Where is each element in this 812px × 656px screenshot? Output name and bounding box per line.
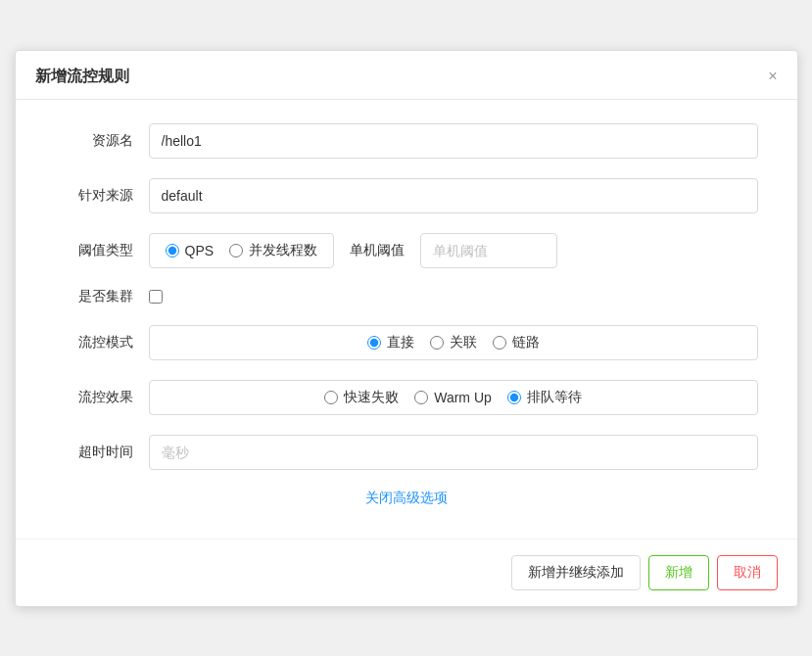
close-button[interactable]: × [768, 69, 777, 84]
flow-mode-radio-group: 直接 关联 链路 [149, 325, 758, 360]
single-threshold-label: 单机阈值 [350, 242, 405, 259]
source-input[interactable] [149, 178, 758, 213]
flow-mode-label: 流控模式 [55, 334, 133, 351]
fast-fail-radio[interactable] [324, 391, 338, 404]
qps-radio[interactable] [166, 244, 179, 258]
dialog: 新增流控规则 × 资源名 针对来源 阈值类型 QPS [15, 50, 798, 607]
threshold-type-label: 阈值类型 [55, 242, 133, 259]
relate-radio[interactable] [430, 336, 444, 350]
fast-fail-option[interactable]: 快速失败 [324, 389, 399, 406]
timeout-row: 超时时间 [55, 435, 758, 470]
flow-mode-row: 流控模式 直接 关联 链路 [55, 325, 758, 360]
resource-input[interactable] [149, 123, 758, 159]
cluster-label: 是否集群 [55, 288, 133, 305]
direct-radio[interactable] [367, 336, 381, 350]
queue-option[interactable]: 排队等待 [507, 389, 582, 406]
dialog-title: 新增流控规则 [35, 67, 129, 87]
chain-label: 链路 [512, 334, 540, 351]
queue-label: 排队等待 [527, 389, 582, 406]
advanced-link[interactable]: 关闭高级选项 [365, 490, 448, 505]
timeout-input[interactable] [149, 435, 758, 470]
warm-up-label: Warm Up [434, 390, 492, 405]
single-threshold-input[interactable] [420, 233, 557, 268]
thread-label: 并发线程数 [249, 242, 317, 259]
source-row: 针对来源 [55, 178, 758, 213]
dialog-body: 资源名 针对来源 阈值类型 QPS 并发线程数 [16, 100, 797, 539]
flow-effect-row: 流控效果 快速失败 Warm Up 排队等待 [55, 380, 758, 415]
timeout-label: 超时时间 [55, 444, 133, 461]
relate-label: 关联 [450, 334, 477, 351]
advanced-link-row: 关闭高级选项 [55, 490, 758, 507]
direct-label: 直接 [387, 334, 414, 351]
cluster-row: 是否集群 [55, 288, 758, 305]
fast-fail-label: 快速失败 [344, 389, 399, 406]
threshold-type-radio-group: QPS 并发线程数 [149, 233, 335, 268]
relate-option[interactable]: 关联 [430, 334, 477, 351]
thread-radio[interactable] [229, 244, 243, 258]
add-continue-button[interactable]: 新增并继续添加 [511, 555, 641, 590]
direct-option[interactable]: 直接 [367, 334, 414, 351]
threshold-type-row: 阈值类型 QPS 并发线程数 单机阈值 [55, 233, 758, 268]
dialog-footer: 新增并继续添加 新增 取消 [16, 539, 797, 606]
cluster-checkbox[interactable] [149, 290, 163, 304]
add-button[interactable]: 新增 [648, 555, 709, 590]
resource-label: 资源名 [55, 132, 133, 150]
chain-radio[interactable] [493, 336, 506, 350]
cluster-checkbox-label[interactable] [149, 290, 163, 304]
qps-label: QPS [185, 243, 215, 258]
source-label: 针对来源 [55, 187, 133, 205]
qps-option[interactable]: QPS [166, 243, 215, 258]
cancel-button[interactable]: 取消 [717, 555, 778, 590]
resource-row: 资源名 [55, 123, 758, 159]
queue-radio[interactable] [507, 391, 521, 404]
thread-option[interactable]: 并发线程数 [229, 242, 317, 259]
flow-effect-label: 流控效果 [55, 389, 133, 406]
warm-up-radio[interactable] [414, 391, 428, 404]
dialog-header: 新增流控规则 × [16, 51, 797, 100]
warm-up-option[interactable]: Warm Up [414, 390, 492, 405]
chain-option[interactable]: 链路 [493, 334, 540, 351]
flow-effect-radio-group: 快速失败 Warm Up 排队等待 [149, 380, 758, 415]
threshold-type-group: QPS 并发线程数 单机阈值 [149, 233, 758, 268]
